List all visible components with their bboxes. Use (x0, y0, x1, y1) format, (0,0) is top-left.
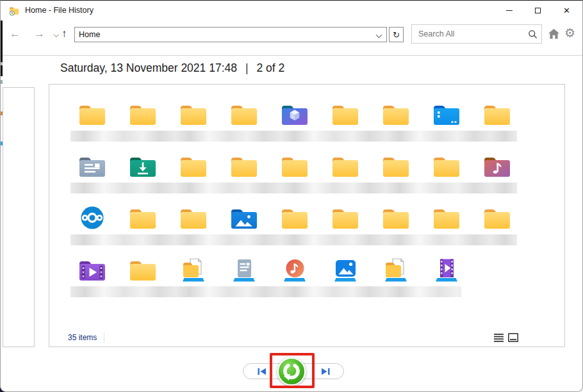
file-icon-folder-pictures[interactable] (218, 206, 269, 231)
file-icon-nextcloud[interactable] (67, 205, 117, 231)
file-icon-folder[interactable] (67, 102, 117, 127)
file-icon-folder[interactable] (370, 102, 421, 127)
items-count-label: 35 items (68, 333, 97, 342)
list-view-button[interactable] (494, 333, 504, 342)
file-icon-folder[interactable] (269, 206, 320, 231)
status-separator (104, 332, 104, 343)
file-icon-folder[interactable] (168, 154, 218, 179)
window-controls: ✕ (495, 1, 581, 20)
home-button[interactable] (548, 28, 561, 41)
file-row (67, 251, 564, 282)
filename-blur-band (70, 286, 461, 297)
gear-icon: ⚙ (564, 26, 575, 40)
file-icon-library-documents[interactable] (218, 257, 269, 282)
thumbnail-view-icon (508, 333, 518, 342)
thumbnail-view-button[interactable] (508, 333, 518, 342)
file-icon-folder[interactable] (320, 102, 370, 127)
back-icon: ← (10, 28, 21, 40)
toolbar-divider (1, 55, 582, 56)
file-icon-folder[interactable] (168, 206, 218, 231)
maximize-icon (535, 8, 541, 13)
file-icon-library-folder[interactable] (370, 257, 421, 282)
previous-page-fragment (1, 62, 3, 65)
maximize-button[interactable] (523, 1, 552, 20)
file-icon-folder-desktop[interactable] (421, 102, 472, 127)
refresh-button[interactable]: ↻ (389, 27, 404, 42)
back-button[interactable]: ← (10, 28, 21, 40)
file-icon-folder[interactable] (117, 102, 168, 127)
version-date: Saturday, 13 November 2021 17:48 (60, 61, 237, 75)
close-icon: ✕ (563, 6, 570, 15)
list-view-icon (494, 333, 504, 342)
file-icon-folder-3d-objects[interactable] (269, 102, 320, 127)
settings-button[interactable]: ⚙ (564, 26, 575, 40)
next-version-button[interactable] (313, 364, 338, 379)
window-title: Home - File History (25, 1, 94, 20)
file-icon-library-folder[interactable] (168, 257, 218, 282)
file-icon-folder[interactable] (269, 154, 320, 179)
file-icon-folder[interactable] (370, 206, 421, 231)
next-icon (321, 368, 331, 375)
file-icon-library-videos[interactable] (421, 257, 472, 282)
restore-icon (281, 361, 302, 382)
file-icon-folder[interactable] (421, 206, 472, 231)
previous-icon (257, 368, 267, 375)
home-icon (548, 28, 560, 40)
file-icon-folder-downloads[interactable] (117, 154, 168, 179)
previous-version-button[interactable] (249, 364, 274, 379)
file-icon-folder[interactable] (370, 154, 421, 179)
file-icon-folder[interactable] (421, 154, 472, 179)
restore-button[interactable] (277, 357, 306, 386)
screen: Home - File History ✕ ← → ↑ ↻ (0, 0, 583, 392)
up-button[interactable]: ↑ (62, 28, 67, 40)
version-position: 2 of 2 (257, 61, 285, 75)
recent-locations-dropdown[interactable] (54, 32, 59, 37)
file-icon-folder[interactable] (320, 154, 370, 179)
search-input[interactable] (412, 29, 528, 38)
version-separator: | (245, 61, 249, 75)
previous-version-panel[interactable] (3, 87, 35, 347)
file-icon-folder[interactable] (320, 206, 370, 231)
search-box[interactable] (411, 24, 542, 44)
search-icon (528, 29, 538, 39)
file-history-app-icon (9, 6, 19, 16)
minimize-button[interactable] (495, 1, 523, 20)
version-header: Saturday, 13 November 2021 17:48 | 2 of … (60, 61, 284, 75)
previous-page-edge (1, 20, 3, 76)
file-history-window: Home - File History ✕ ← → ↑ ↻ (0, 0, 583, 392)
status-bar: 35 items (49, 329, 564, 347)
close-button[interactable]: ✕ (552, 1, 581, 20)
file-icon-folder[interactable] (472, 206, 522, 231)
icon-grid (49, 85, 564, 329)
filename-blur-band (70, 183, 517, 193)
address-dropdown-icon[interactable] (376, 31, 382, 38)
file-icon-library-music[interactable] (269, 257, 320, 282)
filename-blur-band (70, 131, 517, 142)
file-icon-folder[interactable] (117, 206, 168, 231)
file-icon-folder[interactable] (218, 154, 269, 179)
file-icon-folder[interactable] (117, 258, 168, 282)
file-icon-folder[interactable] (218, 102, 269, 127)
minimize-icon (506, 10, 513, 11)
refresh-icon: ↻ (393, 30, 400, 40)
address-input[interactable] (75, 30, 377, 39)
file-icon-library-pictures[interactable] (320, 257, 370, 282)
file-icon-folder-documents[interactable] (67, 154, 117, 179)
previous-page-fragment (1, 80, 3, 84)
up-icon: ↑ (62, 28, 67, 40)
file-row (67, 95, 564, 127)
file-row (67, 147, 564, 179)
file-icon-folder[interactable] (168, 102, 218, 127)
forward-icon: → (34, 28, 45, 40)
address-bar[interactable] (74, 27, 387, 42)
file-icon-folder-music[interactable] (472, 154, 522, 179)
file-list-panel: 35 items (49, 84, 565, 347)
file-row (67, 199, 564, 231)
file-icon-folder-videos[interactable] (67, 258, 117, 282)
forward-button[interactable]: → (34, 28, 45, 40)
titlebar: Home - File History ✕ (1, 1, 582, 21)
filename-blur-band (70, 234, 517, 245)
file-icon-folder[interactable] (472, 102, 522, 127)
